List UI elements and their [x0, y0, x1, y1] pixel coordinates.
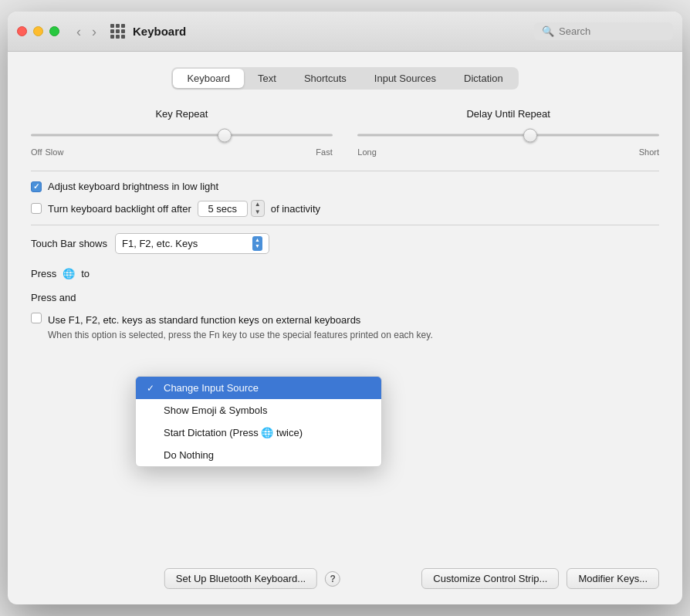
backlight-stepper: 5 secs ▲ ▼ — [198, 200, 265, 217]
key-repeat-thumb[interactable] — [218, 128, 232, 142]
menu-item-start-dictation[interactable]: Start Dictation (Press 🌐 twice) — [136, 421, 381, 444]
maximize-button[interactable] — [49, 26, 59, 36]
key-repeat-fast-label: Fast — [316, 147, 332, 157]
menu-item-show-emoji[interactable]: Show Emoji & Symbols — [136, 399, 381, 421]
dropdown-arrows-icon: ▲ ▼ — [252, 236, 262, 251]
delay-repeat-thumb[interactable] — [523, 128, 537, 142]
menu-item-label: Change Input Source — [164, 382, 259, 394]
delay-repeat-track — [357, 134, 659, 137]
stepper-value: 5 secs — [198, 201, 248, 217]
divider-1 — [31, 171, 659, 171]
press-suffix: to — [81, 268, 90, 279]
keyboard-preferences-window: ‹ › Keyboard 🔍 Keyboard Text Shortcut — [8, 12, 682, 604]
nav-buttons: ‹ › — [72, 23, 101, 40]
bottom-center-buttons: Set Up Bluetooth Keyboard... ? — [164, 568, 340, 589]
backlight-label: Turn keyboard backlight off after — [48, 203, 191, 215]
globe-symbol: 🌐 — [63, 268, 75, 279]
fn-section: Use F1, F2, etc. keys as standard functi… — [31, 313, 659, 343]
traffic-lights — [17, 26, 59, 36]
fn-label: Use F1, F2, etc. keys as standard functi… — [48, 314, 360, 326]
key-repeat-group: Key Repeat Off Slow Fast — [31, 108, 333, 157]
close-button[interactable] — [17, 26, 27, 36]
brightness-checkbox-row: ✓ Adjust keyboard brightness in low ligh… — [31, 181, 659, 192]
divider-2 — [31, 225, 659, 225]
menu-item-label: Start Dictation (Press 🌐 twice) — [164, 427, 303, 438]
search-input[interactable] — [559, 25, 665, 37]
touch-bar-label: Touch Bar shows — [31, 238, 107, 249]
help-button[interactable]: ? — [325, 571, 340, 587]
search-icon: 🔍 — [542, 25, 554, 37]
brightness-checkbox[interactable]: ✓ — [31, 181, 42, 192]
backlight-checkbox-row: Turn keyboard backlight off after 5 secs… — [31, 200, 659, 217]
key-repeat-slow-label: Slow — [45, 147, 63, 157]
search-box[interactable]: 🔍 — [534, 22, 673, 40]
press-prefix: Press — [31, 268, 56, 279]
up-arrow-icon: ▲ — [255, 237, 260, 243]
delay-repeat-long-label: Long — [357, 147, 376, 157]
modifier-keys-button[interactable]: Modifier Keys... — [567, 568, 659, 589]
grid-icon[interactable] — [110, 24, 125, 39]
delay-repeat-slider-container — [357, 127, 659, 143]
tabs-container: Keyboard Text Shortcuts Input Sources Di… — [171, 67, 518, 90]
key-repeat-label: Key Repeat — [155, 108, 208, 120]
bottom-right-buttons: Customize Control Strip... Modifier Keys… — [421, 568, 659, 589]
stepper-arrows[interactable]: ▲ ▼ — [251, 200, 265, 217]
touch-bar-value: F1, F2, etc. Keys — [122, 238, 248, 249]
tab-dictation[interactable]: Dictation — [450, 69, 517, 88]
bluetooth-button[interactable]: Set Up Bluetooth Keyboard... — [164, 568, 317, 589]
press-and-row: Press and — [31, 292, 659, 303]
delay-repeat-group: Delay Until Repeat Long Short — [357, 108, 659, 157]
sliders-section: Key Repeat Off Slow Fast Delay Until Rep… — [31, 108, 659, 157]
tab-text[interactable]: Text — [244, 69, 290, 88]
stepper-up-arrow[interactable]: ▲ — [252, 201, 264, 208]
stepper-down-arrow[interactable]: ▼ — [252, 208, 264, 216]
main-content: Keyboard Text Shortcuts Input Sources Di… — [8, 52, 682, 604]
check-icon: ✓ — [33, 182, 39, 191]
menu-item-label: Do Nothing — [164, 449, 214, 461]
key-repeat-off-label: Off — [31, 147, 42, 157]
window-title: Keyboard — [133, 25, 186, 38]
key-repeat-track — [31, 134, 333, 137]
forward-button[interactable]: › — [87, 23, 101, 40]
touch-bar-dropdown[interactable]: F1, F2, etc. Keys ▲ ▼ — [115, 233, 269, 254]
tab-shortcuts[interactable]: Shortcuts — [290, 69, 360, 88]
backlight-checkbox[interactable] — [31, 203, 42, 214]
minimize-button[interactable] — [33, 26, 43, 36]
selected-check-icon: ✓ — [147, 383, 157, 394]
tab-keyboard[interactable]: Keyboard — [173, 69, 244, 88]
delay-repeat-label: Delay Until Repeat — [466, 108, 550, 120]
back-button[interactable]: ‹ — [72, 23, 86, 40]
customize-button[interactable]: Customize Control Strip... — [421, 568, 559, 589]
menu-item-do-nothing[interactable]: Do Nothing — [136, 444, 381, 466]
fn-checkbox[interactable] — [31, 313, 42, 323]
fn-note: When this option is selected, press the … — [48, 330, 433, 340]
brightness-label: Adjust keyboard brightness in low light — [48, 181, 218, 192]
tabs-row: Keyboard Text Shortcuts Input Sources Di… — [31, 67, 659, 90]
menu-item-change-input[interactable]: ✓ Change Input Source — [136, 377, 381, 399]
press-and-label: Press and — [31, 292, 76, 303]
menu-item-label: Show Emoji & Symbols — [164, 404, 267, 416]
down-arrow-icon: ▼ — [255, 243, 260, 249]
tab-input-sources[interactable]: Input Sources — [360, 69, 450, 88]
titlebar: ‹ › Keyboard 🔍 — [8, 12, 682, 52]
key-repeat-slider-container — [31, 127, 333, 143]
dropdown-menu: ✓ Change Input Source Show Emoji & Symbo… — [135, 376, 382, 467]
press-globe-row: Press 🌐 to Change Input Source — [31, 265, 659, 283]
touch-bar-row: Touch Bar shows F1, F2, etc. Keys ▲ ▼ — [31, 233, 659, 254]
backlight-suffix: of inactivity — [271, 203, 320, 215]
delay-repeat-short-label: Short — [639, 147, 659, 157]
